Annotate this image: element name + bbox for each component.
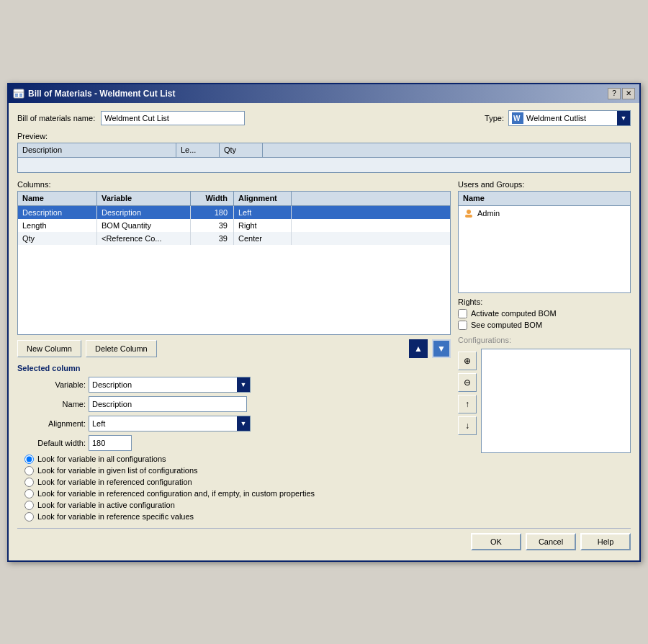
user-icon-admin [463,207,474,219]
preview-header: Description Le... Qty [18,143,630,158]
name-input[interactable] [89,396,247,412]
radio-label-2: Look for variable in referenced configur… [37,478,192,486]
alignment-select-arrow[interactable]: ▼ [237,416,250,431]
ok-button[interactable]: OK [471,533,521,550]
config-remove-button[interactable]: ⊖ [458,373,477,392]
rights-section: Rights: Activate computed BOM See comput… [458,298,631,330]
variable-row: Variable: Description ▼ [17,377,451,393]
cell-name-1: Description [18,206,97,219]
radio-referenced-config[interactable] [24,478,34,487]
move-up-button[interactable]: ▲ [409,339,428,358]
preview-col-length: Le... [176,143,220,157]
variable-select[interactable]: Description ▼ [89,377,251,393]
users-groups-box: Name Admin [458,191,631,293]
radio-label-4: Look for variable in active configuratio… [37,501,175,509]
radio-active-config[interactable] [24,501,34,510]
config-down-button[interactable]: ↓ [458,416,477,435]
help-button[interactable]: Help [580,533,631,550]
default-width-row: Default width: [17,435,451,451]
close-title-button[interactable]: ✕ [622,88,635,99]
default-width-input[interactable] [89,435,132,451]
alignment-label: Alignment: [17,419,86,428]
cancel-button[interactable]: Cancel [526,533,576,550]
svg-text:W: W [513,115,521,122]
preview-box: Description Le... Qty [17,143,631,173]
config-list-box [481,349,631,453]
cell-alignment-2: Right [234,219,292,232]
variable-select-arrow[interactable]: ▼ [237,377,250,392]
radio-row-2: Look for variable in referenced configur… [17,478,451,487]
footer-buttons: OK Cancel Help [17,528,631,553]
users-header: Name [459,192,630,206]
config-add-button[interactable]: ⊕ [458,352,477,370]
cell-alignment-3: Center [234,232,292,245]
activate-computed-bom-label: Activate computed BOM [471,309,557,318]
type-select-arrow[interactable]: ▼ [617,111,630,125]
new-column-button[interactable]: New Column [17,340,81,357]
users-body: Admin [459,206,630,292]
rights-row-1: See computed BOM [458,321,631,330]
user-row-admin[interactable]: Admin [459,206,630,220]
title-bar: Bill of Materials - Weldment Cut List ? … [9,84,639,103]
table-row[interactable]: Qty <Reference Co... 39 Center [18,232,450,245]
cell-variable-2: BOM Quantity [97,219,191,232]
columns-header: Name Variable Width Alignment [18,192,450,206]
radio-given-list[interactable] [24,466,34,475]
svg-point-8 [467,210,471,214]
cell-width-1: 180 [191,206,234,219]
type-select[interactable]: W Weldment Cutlist ▼ [508,110,631,126]
cell-name-3: Qty [18,232,97,245]
activate-computed-bom-checkbox[interactable] [458,309,467,318]
dialog-body: Bill of materials name: Type: W Weldment… [9,103,639,560]
rights-row-0: Activate computed BOM [458,309,631,318]
selected-column-title: Selected column [17,364,451,372]
radio-reference-specific[interactable] [24,512,34,522]
weldment-type-icon: W [512,112,523,124]
column-buttons-row: New Column Delete Column ▲ ▼ [17,339,451,358]
left-panel: Columns: Name Variable Width Alignment D… [17,180,451,524]
help-title-button[interactable]: ? [608,88,621,99]
radio-row-4: Look for variable in active configuratio… [17,501,451,510]
preview-data-row [18,158,630,172]
header-row: Bill of materials name: Type: W Weldment… [17,110,631,126]
cell-variable-3: <Reference Co... [97,232,191,245]
delete-column-button[interactable]: Delete Column [86,340,157,357]
see-computed-bom-label: See computed BOM [471,321,542,329]
configurations-label: Configurations: [458,336,511,344]
table-row[interactable]: Description Description 180 Left [18,206,450,219]
user-name-admin: Admin [477,209,500,218]
radio-row-1: Look for variable in given list of confi… [17,466,451,475]
type-label: Type: [485,114,504,122]
radio-label-1: Look for variable in given list of confi… [37,466,198,475]
alignment-row: Alignment: Left ▼ [17,416,451,431]
alignment-select[interactable]: Left ▼ [89,416,251,431]
default-width-label: Default width: [17,439,86,447]
cell-variable-1: Description [97,206,191,219]
col-header-variable: Variable [97,192,191,205]
see-computed-bom-checkbox[interactable] [458,321,467,330]
main-layout: Columns: Name Variable Width Alignment D… [17,180,631,524]
table-row[interactable]: Length BOM Quantity 39 Right [18,219,450,232]
name-label: Name: [17,400,86,408]
radio-referenced-config-custom[interactable] [24,489,34,498]
radio-label-5: Look for variable in reference specific … [37,512,194,521]
variable-label: Variable: [17,380,86,389]
move-down-button[interactable]: ▼ [432,339,451,358]
svg-rect-4 [19,94,22,95]
config-up-button[interactable]: ↑ [458,395,477,413]
preview-label: Preview: [17,132,631,140]
name-row: Name: [17,396,451,412]
config-buttons: ⊕ ⊖ ↑ ↓ [458,352,477,453]
dialog-window: Bill of Materials - Weldment Cut List ? … [7,83,641,562]
radio-all-configs[interactable] [24,455,34,464]
cell-name-2: Length [18,219,97,232]
dialog-icon [13,88,24,99]
svg-rect-3 [15,95,18,97]
bom-name-input[interactable] [101,111,245,125]
columns-table: Name Variable Width Alignment Descriptio… [17,191,451,335]
svg-rect-5 [19,95,22,97]
radio-row-0: Look for variable in all configurations [17,455,451,464]
svg-rect-2 [15,94,18,95]
radio-row-3: Look for variable in referenced configur… [17,489,451,498]
cell-alignment-1: Left [234,206,292,219]
